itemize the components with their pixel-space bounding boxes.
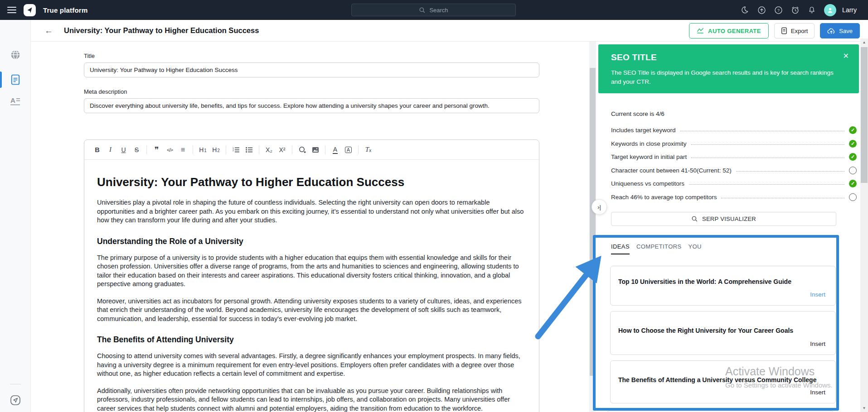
checklist-label: Reach 46% to average top competitors [611, 194, 717, 201]
sidebar-divider [10, 384, 21, 384]
checklist-label: Keywords in close proximity [611, 140, 687, 147]
editor-toolbar: B I U S ❞ </> ≡ H1 H2 12 X₂ [84, 140, 539, 160]
list-ul-icon [246, 147, 253, 153]
sidebar-item-web[interactable] [0, 46, 31, 64]
alarm-icon[interactable] [790, 5, 800, 14]
auto-generate-button[interactable]: AUTO GENERATE [689, 23, 769, 38]
check-pass-icon: ✓ [849, 180, 857, 187]
moon-icon[interactable] [740, 5, 749, 14]
page-title: University: Your Pathway to Higher Educa… [64, 26, 259, 35]
close-icon[interactable]: ✕ [843, 52, 849, 60]
scrollbar-down-arrow[interactable]: ▼ [860, 404, 868, 412]
insert-link[interactable]: Insert [810, 389, 825, 396]
panel-collapse-button[interactable]: ›| [592, 199, 607, 215]
document-icon [10, 74, 20, 85]
sidebar-item-typography[interactable]: A [0, 92, 31, 110]
menu-icon[interactable] [7, 7, 16, 13]
tab-you[interactable]: YOU [689, 243, 702, 254]
italic-button[interactable]: I [105, 144, 116, 156]
meta-input[interactable] [84, 98, 539, 113]
meta-label: Meta description [84, 88, 539, 95]
save-button[interactable]: Save [820, 23, 860, 38]
app-window: True platform Search ? L [0, 0, 868, 412]
checklist-label: Target keyword in initial part [611, 153, 687, 160]
code-button[interactable]: </> [164, 144, 175, 156]
scrollbar-thumb[interactable] [861, 47, 868, 183]
suggestion-card[interactable]: The Benefits of Attending a University v… [610, 360, 836, 403]
document-editor-column: Title Meta description B I U S ❞ </> ≡ H… [84, 42, 539, 113]
check-pass-icon: ✓ [849, 126, 857, 134]
checklist-row: Target keyword in initial part✓ [611, 150, 857, 164]
article-paragraph: Choosing to attend university comes with… [97, 352, 526, 378]
suggestion-card[interactable]: Top 10 Universities in the World: A Comp… [610, 266, 836, 306]
checklist-row: Uniqueness vs competitors✓ [611, 177, 857, 191]
subscript-button[interactable]: X₂ [263, 144, 275, 156]
auto-generate-label: AUTO GENERATE [708, 28, 761, 34]
suggestion-title: The Benefits of Attending a University v… [611, 361, 835, 383]
bullet-list-button[interactable] [243, 144, 255, 156]
superscript-button[interactable]: X² [276, 144, 288, 156]
check-pass-icon: ✓ [849, 153, 857, 161]
export-doc-icon [781, 27, 787, 34]
scrollbar-up-arrow[interactable]: ▲ [860, 38, 868, 46]
article-h1: University: Your Pathway to Higher Educa… [97, 175, 526, 189]
sidebar-item-send[interactable] [0, 391, 31, 409]
underline-button[interactable]: U [118, 144, 129, 156]
article-paragraph: Additionally, universities often provide… [97, 387, 526, 412]
serp-visualizer-button[interactable]: SERP VISUALIZER [611, 212, 836, 226]
clear-formatting-button[interactable]: Tx [363, 144, 374, 156]
strikethrough-button[interactable]: S [131, 144, 142, 156]
collapse-icon: ›| [597, 204, 601, 211]
bold-button[interactable]: B [92, 144, 103, 156]
suggestion-card[interactable]: How to Choose the Right University for Y… [610, 311, 836, 355]
tab-competitors[interactable]: COMPETITORS [636, 243, 682, 254]
sidebar-item-document[interactable] [0, 71, 31, 89]
list-ol-icon: 12 [233, 147, 240, 153]
cloud-upload-icon [827, 28, 835, 34]
suggestion-title: Top 10 Universities in the World: A Comp… [611, 266, 835, 285]
page-header: ← University: Your Pathway to Higher Edu… [31, 20, 868, 42]
back-button[interactable]: ← [44, 26, 53, 36]
checklist-row: Reach 46% to average top competitors [611, 191, 857, 204]
search-icon [691, 216, 698, 222]
insert-link-button[interactable] [296, 144, 308, 156]
check-open-icon [849, 193, 857, 201]
tab-ideas[interactable]: IDEAS [611, 243, 630, 254]
brand-logo[interactable] [24, 4, 36, 16]
insert-image-button[interactable] [310, 144, 321, 156]
bell-icon[interactable] [807, 5, 816, 14]
ordered-list-button[interactable]: 12 [230, 144, 242, 156]
blockquote-button[interactable]: ❞ [151, 144, 162, 156]
background-color-button[interactable]: A [343, 144, 354, 156]
checklist-label: Uniqueness vs competitors [611, 180, 684, 187]
score-text: Current score is 4/6 [611, 110, 857, 117]
arrow-up-circle-icon[interactable] [757, 5, 766, 14]
search-input[interactable]: Search [351, 4, 516, 16]
insert-link[interactable]: Insert [810, 340, 825, 347]
article-paragraph: Moreover, universities act as incubators… [97, 297, 526, 324]
seo-title-header: SEO TITLE The SEO Title is displayed in … [598, 44, 859, 93]
check-pass-icon: ✓ [849, 140, 857, 148]
insert-link[interactable]: Insert [810, 291, 825, 298]
text-color-button[interactable]: A [330, 144, 341, 156]
svg-text:A: A [10, 96, 15, 104]
help-icon[interactable]: ? [774, 5, 783, 14]
user-name[interactable]: Larry [842, 6, 857, 14]
heading1-button[interactable]: H1 [197, 144, 209, 156]
annotation-highlight-box: IDEAS COMPETITORS YOU Top 10 Universitie… [593, 235, 839, 411]
sidebar-user-avatar[interactable] [0, 409, 31, 412]
suggestions-tabs: IDEAS COMPETITORS YOU [611, 243, 702, 254]
title-input[interactable] [84, 62, 539, 77]
svg-text:2: 2 [233, 149, 234, 152]
heading2-button[interactable]: H2 [210, 144, 222, 156]
export-button[interactable]: Export [774, 23, 815, 38]
window-scrollbar[interactable]: ▲ ▼ [860, 38, 868, 412]
save-label: Save [839, 28, 853, 34]
user-avatar[interactable] [824, 4, 836, 16]
globe-icon [10, 49, 21, 60]
article-content[interactable]: University: Your Pathway to Higher Educa… [84, 160, 539, 412]
auto-generate-icon [697, 28, 704, 34]
checklist-label: Character count between 41-50(Current: 5… [611, 167, 732, 174]
search-placeholder: Search [429, 7, 448, 14]
align-button[interactable]: ≡ [177, 144, 189, 156]
